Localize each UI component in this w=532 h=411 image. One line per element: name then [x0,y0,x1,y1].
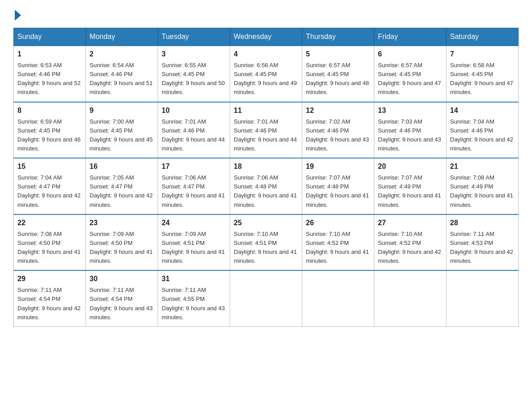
day-number: 20 [378,161,442,172]
day-number: 9 [90,105,154,116]
page-header [13,9,519,19]
day-number: 23 [90,218,154,228]
day-info: Sunrise: 7:10 AMSunset: 4:51 PMDaylight:… [234,231,297,264]
day-cell-6: 6Sunrise: 6:57 AMSunset: 4:45 PMDaylight… [374,46,446,102]
day-cell-13: 13Sunrise: 7:03 AMSunset: 4:46 PMDayligh… [374,102,446,158]
day-info: Sunrise: 6:54 AMSunset: 4:46 PMDaylight:… [90,62,153,95]
column-header-tuesday: Tuesday [158,28,230,46]
day-number: 14 [450,105,515,116]
empty-cell [302,270,374,326]
day-cell-11: 11Sunrise: 7:01 AMSunset: 4:46 PMDayligh… [230,102,302,158]
day-info: Sunrise: 7:07 AMSunset: 4:48 PMDaylight:… [306,174,369,208]
day-number: 5 [306,49,370,60]
week-row-4: 22Sunrise: 7:08 AMSunset: 4:50 PMDayligh… [14,214,519,271]
day-number: 10 [162,105,226,116]
day-number: 18 [234,161,298,172]
calendar-table: SundayMondayTuesdayWednesdayThursdayFrid… [13,28,519,327]
day-info: Sunrise: 7:07 AMSunset: 4:49 PMDaylight:… [378,174,441,208]
day-number: 1 [17,49,82,60]
day-info: Sunrise: 7:10 AMSunset: 4:52 PMDaylight:… [378,231,441,264]
day-number: 3 [162,49,226,60]
day-info: Sunrise: 7:02 AMSunset: 4:46 PMDaylight:… [306,118,369,152]
day-number: 21 [450,161,515,172]
column-header-sunday: Sunday [14,28,86,46]
day-number: 24 [162,218,226,228]
day-cell-23: 23Sunrise: 7:09 AMSunset: 4:50 PMDayligh… [86,214,158,271]
day-number: 15 [17,161,82,172]
day-number: 17 [162,161,226,172]
logo [13,9,21,19]
day-cell-29: 29Sunrise: 7:11 AMSunset: 4:54 PMDayligh… [14,270,86,326]
column-header-friday: Friday [374,28,446,46]
day-info: Sunrise: 7:10 AMSunset: 4:52 PMDaylight:… [306,231,369,264]
empty-cell [374,270,446,326]
day-number: 27 [378,218,442,228]
day-number: 4 [234,49,298,60]
day-cell-14: 14Sunrise: 7:04 AMSunset: 4:46 PMDayligh… [446,102,519,158]
day-info: Sunrise: 7:09 AMSunset: 4:51 PMDaylight:… [162,231,225,264]
day-number: 11 [234,105,298,116]
day-cell-17: 17Sunrise: 7:06 AMSunset: 4:47 PMDayligh… [158,158,230,214]
day-number: 22 [17,218,82,228]
day-cell-9: 9Sunrise: 7:00 AMSunset: 4:45 PMDaylight… [86,102,158,158]
day-cell-12: 12Sunrise: 7:02 AMSunset: 4:46 PMDayligh… [302,102,374,158]
empty-cell [230,270,302,326]
day-info: Sunrise: 7:08 AMSunset: 4:49 PMDaylight:… [450,174,513,208]
day-info: Sunrise: 7:11 AMSunset: 4:54 PMDaylight:… [90,287,153,320]
day-info: Sunrise: 6:57 AMSunset: 4:45 PMDaylight:… [306,62,369,95]
day-cell-24: 24Sunrise: 7:09 AMSunset: 4:51 PMDayligh… [158,214,230,271]
day-info: Sunrise: 7:01 AMSunset: 4:46 PMDaylight:… [162,118,225,152]
calendar-header-row: SundayMondayTuesdayWednesdayThursdayFrid… [14,28,519,46]
day-info: Sunrise: 6:56 AMSunset: 4:45 PMDaylight:… [234,62,297,95]
column-header-thursday: Thursday [302,28,374,46]
logo-arrow-icon [15,10,21,21]
day-info: Sunrise: 7:04 AMSunset: 4:46 PMDaylight:… [450,118,513,152]
day-cell-16: 16Sunrise: 7:05 AMSunset: 4:47 PMDayligh… [86,158,158,214]
day-info: Sunrise: 6:53 AMSunset: 4:46 PMDaylight:… [17,62,81,95]
day-number: 31 [162,274,226,284]
day-number: 29 [17,274,82,284]
day-info: Sunrise: 7:11 AMSunset: 4:54 PMDaylight:… [17,287,81,320]
day-cell-26: 26Sunrise: 7:10 AMSunset: 4:52 PMDayligh… [302,214,374,271]
day-info: Sunrise: 6:58 AMSunset: 4:45 PMDaylight:… [450,62,513,95]
empty-cell [446,270,519,326]
day-cell-3: 3Sunrise: 6:55 AMSunset: 4:45 PMDaylight… [158,46,230,102]
day-cell-20: 20Sunrise: 7:07 AMSunset: 4:49 PMDayligh… [374,158,446,214]
day-cell-10: 10Sunrise: 7:01 AMSunset: 4:46 PMDayligh… [158,102,230,158]
day-number: 30 [90,274,154,284]
day-number: 19 [306,161,370,172]
week-row-5: 29Sunrise: 7:11 AMSunset: 4:54 PMDayligh… [14,270,519,326]
day-cell-18: 18Sunrise: 7:06 AMSunset: 4:48 PMDayligh… [230,158,302,214]
day-number: 28 [450,218,515,228]
day-cell-27: 27Sunrise: 7:10 AMSunset: 4:52 PMDayligh… [374,214,446,271]
day-info: Sunrise: 6:55 AMSunset: 4:45 PMDaylight:… [162,62,225,95]
day-number: 26 [306,218,370,228]
day-number: 8 [17,105,82,116]
day-cell-7: 7Sunrise: 6:58 AMSunset: 4:45 PMDaylight… [446,46,519,102]
day-info: Sunrise: 7:01 AMSunset: 4:46 PMDaylight:… [234,118,297,152]
day-info: Sunrise: 6:57 AMSunset: 4:45 PMDaylight:… [378,62,441,95]
column-header-saturday: Saturday [446,28,519,46]
day-info: Sunrise: 7:06 AMSunset: 4:48 PMDaylight:… [234,174,297,208]
day-number: 12 [306,105,370,116]
day-cell-30: 30Sunrise: 7:11 AMSunset: 4:54 PMDayligh… [86,270,158,326]
day-cell-15: 15Sunrise: 7:04 AMSunset: 4:47 PMDayligh… [14,158,86,214]
day-info: Sunrise: 6:59 AMSunset: 4:45 PMDaylight:… [17,118,81,152]
week-row-2: 8Sunrise: 6:59 AMSunset: 4:45 PMDaylight… [14,102,519,158]
column-header-monday: Monday [86,28,158,46]
day-number: 25 [234,218,298,228]
day-cell-25: 25Sunrise: 7:10 AMSunset: 4:51 PMDayligh… [230,214,302,271]
day-number: 13 [378,105,442,116]
day-info: Sunrise: 7:09 AMSunset: 4:50 PMDaylight:… [90,231,153,264]
day-number: 2 [90,49,154,60]
column-header-wednesday: Wednesday [230,28,302,46]
day-cell-4: 4Sunrise: 6:56 AMSunset: 4:45 PMDaylight… [230,46,302,102]
day-number: 7 [450,49,515,60]
day-cell-28: 28Sunrise: 7:11 AMSunset: 4:53 PMDayligh… [446,214,519,271]
day-cell-1: 1Sunrise: 6:53 AMSunset: 4:46 PMDaylight… [14,46,86,102]
day-info: Sunrise: 7:06 AMSunset: 4:47 PMDaylight:… [162,174,225,208]
day-cell-31: 31Sunrise: 7:11 AMSunset: 4:55 PMDayligh… [158,270,230,326]
day-cell-8: 8Sunrise: 6:59 AMSunset: 4:45 PMDaylight… [14,102,86,158]
day-cell-2: 2Sunrise: 6:54 AMSunset: 4:46 PMDaylight… [86,46,158,102]
day-info: Sunrise: 7:08 AMSunset: 4:50 PMDaylight:… [17,231,81,264]
